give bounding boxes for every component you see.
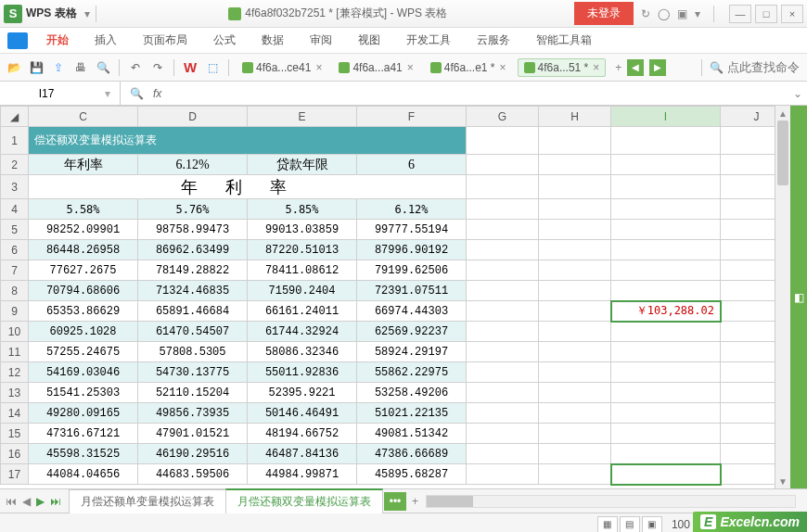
doc-tab-1[interactable]: 4f6a...ce41 × (237, 59, 327, 76)
command-search-input[interactable] (727, 60, 801, 74)
open-icon[interactable]: 📂 (6, 59, 22, 76)
cell[interactable] (611, 444, 721, 464)
cell[interactable]: 45598.31525 (29, 444, 138, 464)
cell[interactable]: 78411.08612 (248, 260, 357, 281)
cell[interactable]: 47386.66689 (357, 444, 467, 464)
maximize-button[interactable]: □ (755, 5, 777, 23)
cell[interactable]: 86448.26958 (29, 240, 138, 260)
sheet-next-icon[interactable]: ▶ (34, 495, 46, 508)
cell[interactable]: 98252.09901 (29, 220, 138, 240)
cell[interactable]: 79199.62506 (357, 260, 467, 281)
view-normal-button[interactable]: ▦ (597, 516, 618, 533)
cell[interactable]: 49081.51342 (357, 424, 467, 444)
hscroll-thumb[interactable] (427, 496, 473, 507)
cell[interactable]: 46487.84136 (248, 444, 357, 464)
doc-tab-close[interactable]: × (407, 61, 414, 74)
cell[interactable] (721, 240, 775, 260)
row-header[interactable]: 4 (1, 199, 29, 220)
cell[interactable] (467, 362, 539, 383)
fx-search-icon[interactable]: 🔍 (130, 87, 144, 100)
undo-icon[interactable]: ↶ (127, 59, 144, 76)
row-header[interactable]: 7 (1, 260, 29, 281)
cell[interactable] (611, 403, 721, 424)
cell[interactable]: 47901.01521 (138, 424, 248, 444)
cell[interactable]: 6.12% (357, 199, 467, 220)
cell[interactable] (611, 220, 721, 240)
cell[interactable] (539, 240, 611, 260)
cell[interactable]: 47316.67121 (29, 424, 138, 444)
cell[interactable] (467, 281, 539, 301)
cell[interactable]: 71324.46835 (138, 281, 248, 301)
cell[interactable] (721, 281, 775, 301)
close-button[interactable]: × (781, 5, 803, 23)
doc-tab-close[interactable]: × (593, 61, 599, 74)
cell[interactable]: 46190.29516 (138, 444, 248, 464)
cell[interactable]: 66161.24011 (248, 301, 357, 322)
cube-icon[interactable]: ⬚ (204, 59, 221, 76)
cell[interactable] (467, 240, 539, 260)
col-header-I[interactable]: I (611, 107, 721, 127)
sync-icon[interactable]: ↻ (641, 7, 650, 20)
doc-tab-3[interactable]: 4f6a...e1 * × (425, 59, 512, 76)
menu-review[interactable]: 审阅 (299, 29, 343, 52)
sheet-add-button[interactable]: + (412, 495, 418, 508)
cell[interactable]: 57255.24675 (29, 342, 138, 362)
col-header-J[interactable]: J (721, 107, 775, 127)
cell[interactable] (467, 383, 539, 403)
cell[interactable]: 61744.32924 (248, 322, 357, 342)
cell[interactable]: 49280.09165 (29, 403, 138, 424)
wps-w-icon[interactable]: W (182, 59, 199, 76)
cell[interactable]: 贷款年限 (248, 155, 357, 175)
sheet-prev-icon[interactable]: ◀ (20, 495, 32, 508)
cell[interactable] (611, 281, 721, 301)
cell[interactable]: 54169.03046 (29, 362, 138, 383)
cell[interactable] (721, 424, 775, 444)
row-header[interactable]: 15 (1, 424, 29, 444)
cell[interactable]: 50146.46491 (248, 403, 357, 424)
cell[interactable] (539, 342, 611, 362)
scroll-up-icon[interactable]: ▲ (775, 106, 790, 120)
row-header[interactable]: 8 (1, 281, 29, 301)
menu-page-layout[interactable]: 页面布局 (132, 29, 199, 52)
cell[interactable]: 5.85% (248, 199, 357, 220)
cell[interactable] (611, 424, 721, 444)
row-header[interactable]: 5 (1, 220, 29, 240)
menu-dev-tools[interactable]: 开发工具 (395, 29, 462, 52)
sheet-tab-1[interactable]: 月偿还额单变量模拟运算表 (69, 489, 226, 513)
view-page-button[interactable]: ▤ (620, 516, 640, 533)
cell[interactable] (467, 322, 539, 342)
cell[interactable] (539, 383, 611, 403)
tab-prev-button[interactable]: ◀ (627, 59, 644, 76)
side-panel-toggle[interactable]: ◧ (790, 106, 807, 488)
title-dropdown[interactable]: ▾ (695, 7, 700, 20)
col-header-D[interactable]: D (138, 107, 248, 127)
name-box[interactable]: ▾ (0, 82, 121, 105)
minimize-button[interactable]: — (729, 5, 751, 23)
cell[interactable] (467, 260, 539, 281)
cell[interactable] (721, 322, 775, 342)
cell[interactable]: 71590.2404 (248, 281, 357, 301)
cell[interactable]: 54730.13775 (138, 362, 248, 383)
cell[interactable] (721, 220, 775, 240)
cell[interactable]: 49856.73935 (138, 403, 248, 424)
cell[interactable]: 72391.07511 (357, 281, 467, 301)
cell[interactable] (721, 464, 775, 485)
row-header[interactable]: 13 (1, 383, 29, 403)
cell[interactable]: 6.12% (138, 155, 248, 175)
cell[interactable] (611, 322, 721, 342)
redo-icon[interactable]: ↷ (149, 59, 166, 76)
doc-tab-close[interactable]: × (500, 61, 506, 74)
col-header-H[interactable]: H (539, 107, 611, 127)
row-header[interactable]: 16 (1, 444, 29, 464)
cell[interactable] (539, 464, 611, 485)
cell[interactable]: 51021.22135 (357, 403, 467, 424)
cell[interactable]: 77627.2675 (29, 260, 138, 281)
scroll-down-icon[interactable]: ▼ (775, 474, 790, 488)
tab-next-button[interactable]: ▶ (649, 59, 666, 76)
span-header[interactable]: 年利率 (29, 175, 467, 199)
app-dropdown[interactable]: ▾ (84, 7, 90, 20)
cell[interactable] (539, 444, 611, 464)
cell[interactable]: 87220.51013 (248, 240, 357, 260)
menu-smart-toolbox[interactable]: 智能工具箱 (525, 29, 603, 52)
sheet-tab-2-active[interactable]: 月偿还额双变量模拟运算表 (225, 488, 383, 513)
